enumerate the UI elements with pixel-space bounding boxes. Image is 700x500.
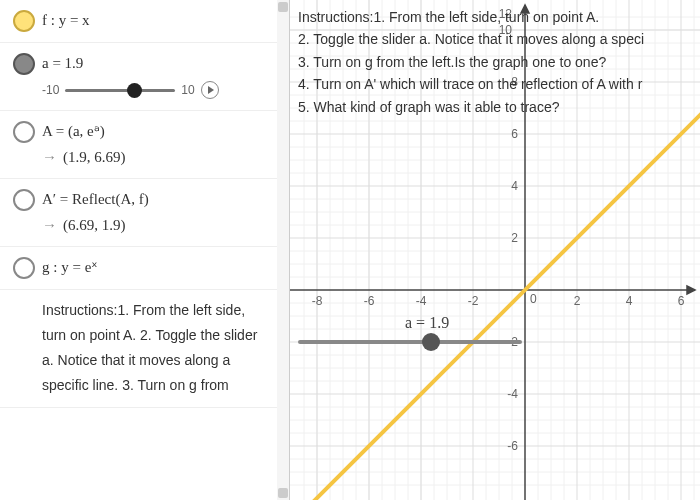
scroll-up-icon[interactable]	[278, 2, 288, 12]
svg-text:12: 12	[499, 7, 513, 21]
svg-text:2: 2	[511, 231, 518, 245]
object-row-a[interactable]: a = 1.9 -10 10	[0, 43, 277, 112]
scroll-down-icon[interactable]	[278, 488, 288, 498]
svg-text:2: 2	[574, 294, 581, 308]
a-value-label: a = 1.9	[42, 51, 271, 77]
object-row-A[interactable]: A = (a, eᵃ) →(1.9, 6.69)	[0, 111, 277, 179]
svg-text:-8: -8	[312, 294, 323, 308]
arrow-icon: →	[42, 217, 57, 233]
svg-text:6: 6	[678, 294, 685, 308]
play-icon	[208, 86, 214, 94]
algebra-panel: f : y = x a = 1.9 -10 10 A = (a, eᵃ)	[0, 0, 290, 500]
play-button[interactable]	[201, 81, 219, 99]
svg-text:-2: -2	[468, 294, 479, 308]
Aprime-definition: A′ = Reflect(A, f)	[42, 187, 271, 213]
object-row-g[interactable]: g : y = eˣ	[0, 247, 277, 290]
f-definition: f : y = x	[42, 8, 271, 34]
object-row-f[interactable]: f : y = x	[0, 0, 277, 43]
slider-min: -10	[42, 80, 59, 100]
object-row-text[interactable]: Instructions:1. From the left side, turn…	[0, 290, 277, 408]
visibility-toggle-A[interactable]	[13, 121, 35, 143]
g-definition: g : y = eˣ	[42, 255, 271, 281]
A-value: (1.9, 6.69)	[63, 149, 126, 165]
svg-text:-6: -6	[364, 294, 375, 308]
axes	[290, 5, 695, 500]
object-row-Aprime[interactable]: A′ = Reflect(A, f) →(6.69, 1.9)	[0, 179, 277, 247]
arrow-icon: →	[42, 149, 57, 165]
svg-text:4: 4	[626, 294, 633, 308]
major-grid	[290, 0, 700, 500]
svg-text:4: 4	[511, 179, 518, 193]
svg-text:-6: -6	[507, 439, 518, 453]
minor-grid	[290, 0, 700, 500]
svg-text:-4: -4	[507, 387, 518, 401]
graph-slider-label: a = 1.9	[405, 314, 449, 332]
visibility-toggle-f[interactable]	[13, 10, 35, 32]
svg-text:0: 0	[530, 292, 537, 306]
svg-text:6: 6	[511, 127, 518, 141]
coordinate-graph[interactable]: -8 -6 -4 -2 2 4 6 12 10 8 6 4 2 -2 -4 -6…	[290, 0, 700, 500]
graph-slider[interactable]	[300, 333, 520, 351]
visibility-toggle-Aprime[interactable]	[13, 189, 35, 211]
visibility-toggle-a[interactable]	[13, 53, 35, 75]
scrollbar[interactable]	[277, 0, 289, 500]
graphics-view[interactable]: -8 -6 -4 -2 2 4 6 12 10 8 6 4 2 -2 -4 -6…	[290, 0, 700, 500]
slider-a[interactable]	[65, 89, 175, 92]
visibility-toggle-g[interactable]	[13, 257, 35, 279]
Aprime-value: (6.69, 1.9)	[63, 217, 126, 233]
svg-text:8: 8	[511, 75, 518, 89]
svg-text:10: 10	[499, 23, 513, 37]
instructions-text-object: Instructions:1. From the left side, turn…	[42, 298, 271, 399]
svg-text:-4: -4	[416, 294, 427, 308]
slider-max: 10	[181, 80, 194, 100]
A-definition: A = (a, eᵃ)	[42, 119, 271, 145]
slider-knob[interactable]	[127, 83, 142, 98]
graph-slider-knob[interactable]	[422, 333, 440, 351]
line-f[interactable]	[290, 25, 700, 500]
